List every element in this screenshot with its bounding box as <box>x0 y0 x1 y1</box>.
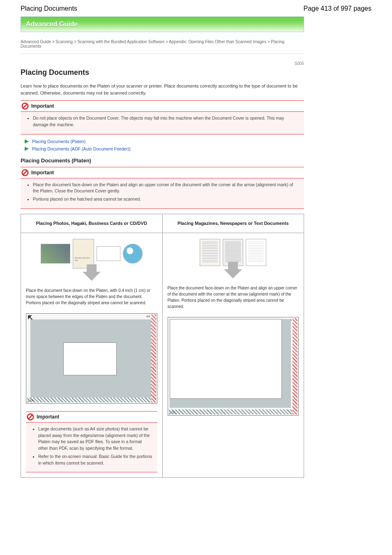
arrow-down-icon <box>224 269 242 278</box>
important-body: Do not place objects on the Document Cov… <box>21 111 304 134</box>
label-a4: A4 <box>146 314 150 318</box>
important-label: Important <box>31 170 54 176</box>
section-heading: Placing Documents (Platen) <box>21 157 304 164</box>
important-item: Portions placed on the hatched area cann… <box>33 196 299 203</box>
important-title: Important <box>21 167 304 178</box>
hatched-right <box>151 314 156 402</box>
col-head: Placing Magazines, Newspapers or Text Do… <box>163 214 304 233</box>
thumb-text-doc <box>246 239 266 266</box>
thumb-magazine <box>200 239 220 266</box>
col-head: Placing Photos, Hagaki, Business Cards o… <box>21 214 162 233</box>
two-column-grid: Placing Photos, Hagaki, Business Cards o… <box>21 214 304 478</box>
platen-figure: A4 LTR <box>21 310 162 409</box>
important-title: Important <box>21 101 304 111</box>
svg-line-1 <box>23 104 27 108</box>
col-documents: Placing Magazines, Newspapers or Text Do… <box>163 214 304 478</box>
prohibit-icon <box>21 102 29 110</box>
page-code: S005 <box>21 61 304 66</box>
intro-paragraph: Learn how to place documents on the Plat… <box>21 83 304 96</box>
arrow-down-icon <box>83 272 101 281</box>
prohibit-icon <box>27 413 34 421</box>
important-label: Important <box>37 414 59 420</box>
label-ltr: LTR <box>170 411 176 414</box>
col-instructions: Place the document face-down on the Plat… <box>21 284 162 310</box>
important-box-2: Important Place the document face-down o… <box>21 167 304 209</box>
important-title: Important <box>26 412 157 422</box>
important-item: Place the document face-down on the Plat… <box>33 182 299 195</box>
platen-figure: A4 LTR <box>163 314 304 421</box>
doc-title: Placing Documents <box>21 5 77 12</box>
hatched-bottom <box>27 398 151 402</box>
col-photos: Placing Photos, Hagaki, Business Cards o… <box>21 214 163 478</box>
hatched-right <box>293 318 297 414</box>
doc-outline <box>170 319 282 399</box>
arrow-right-icon <box>24 139 30 144</box>
banner-advanced-guide: Advanced Guide <box>21 16 304 32</box>
link-row-2: Placing Documents (ADF (Auto Document Fe… <box>21 146 304 152</box>
page-title: Placing Documents <box>21 68 304 77</box>
doc-outline <box>63 342 117 375</box>
label-ltr: LTR <box>28 399 34 402</box>
hatched-bottom <box>169 409 293 414</box>
breadcrumb: Advanced Guide > Scanning > Scanning wit… <box>21 39 304 49</box>
page-body: Advanced Guide > Scanning > Scanning wit… <box>21 32 304 478</box>
thumb-card <box>97 246 120 261</box>
important-body: Place the document face-down on the Plat… <box>21 178 304 208</box>
page-header: Placing Documents Page 413 of 997 pages <box>21 5 371 12</box>
arrow-right-icon <box>24 146 30 152</box>
link-placing-adf[interactable]: Placing Documents (ADF (Auto Document Fe… <box>32 146 131 151</box>
important-box-3: Important Large documents (such as A4 si… <box>26 411 157 473</box>
svg-marker-2 <box>25 139 29 143</box>
thumb-cd <box>123 244 143 264</box>
important-body: Large documents (such as A4 size photos)… <box>26 422 157 472</box>
svg-marker-3 <box>25 147 29 151</box>
banner-label: Advanced Guide <box>26 21 78 28</box>
link-row-1: Placing Documents (Platen) <box>21 139 304 144</box>
svg-line-10 <box>29 415 32 419</box>
page-counter: Page 413 of 997 pages <box>304 5 371 12</box>
important-box-1: Important Do not place objects on the Do… <box>21 100 304 134</box>
important-item: Large documents (such as A4 size photos)… <box>38 426 152 452</box>
prohibit-icon <box>21 169 29 176</box>
important-item: Refer to the on-screen manual: Basic Gui… <box>38 453 152 467</box>
divider <box>21 53 304 54</box>
col-instructions: Place the document face-down on the Plat… <box>163 282 304 314</box>
link-placing-platen[interactable]: Placing Documents (Platen) <box>32 139 85 144</box>
thumb-photo <box>41 244 70 264</box>
svg-line-5 <box>23 171 27 174</box>
important-item: Do not place objects on the Document Cov… <box>33 115 299 128</box>
important-label: Important <box>31 103 54 109</box>
